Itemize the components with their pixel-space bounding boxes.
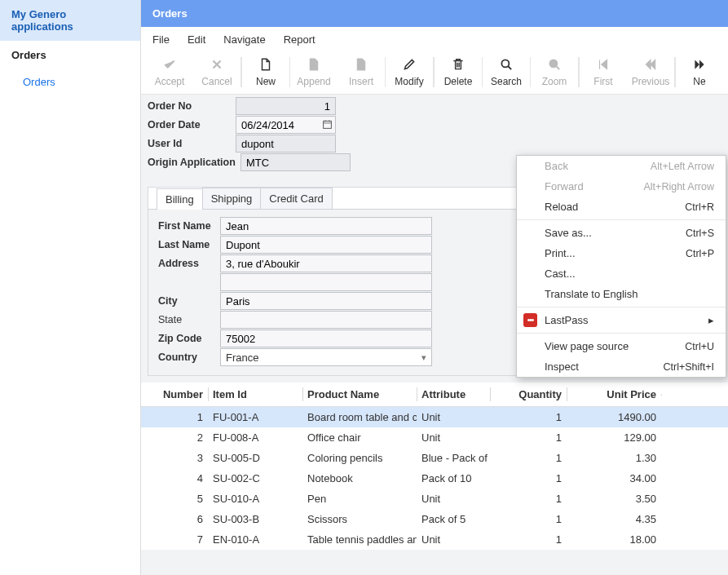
zip-field[interactable] [220, 330, 432, 347]
ctx-view-page-source[interactable]: View page sourceCtrl+U [517, 336, 726, 356]
menu-file[interactable]: File [152, 33, 170, 46]
toolbar-ne-button[interactable]: Ne [676, 55, 723, 89]
col-attribute[interactable]: Attribute [417, 383, 490, 406]
tab-billing[interactable]: Billing [157, 188, 203, 210]
sidebar-section-label: Orders [0, 41, 140, 69]
country-select[interactable]: France [220, 348, 432, 366]
state-field[interactable] [220, 311, 432, 329]
tab-credit-card[interactable]: Credit Card [260, 188, 332, 209]
main: Orders File Edit Navigate Report AcceptC… [141, 0, 728, 575]
toolbar-append-button: Append [290, 55, 338, 89]
table-row[interactable]: 3SU-005-DColoring pencilsBlue - Pack of … [141, 448, 728, 468]
origin-app-label: Origin Application [144, 157, 240, 168]
cell-attribute: Unit [417, 489, 490, 509]
table-row[interactable]: 6SU-003-BScissorsPack of 514.35 [141, 509, 728, 529]
window-title: Orders [141, 0, 728, 27]
address1-field[interactable] [220, 254, 432, 272]
table-row[interactable]: 5SU-010-APenUnit13.50 [141, 489, 728, 509]
pencil-icon [402, 57, 417, 76]
calendar-icon[interactable] [322, 119, 333, 132]
cell-quantity: 1 [490, 407, 567, 427]
sidebar-item-orders[interactable]: Orders [0, 69, 140, 95]
cell-item-id: SU-002-C [208, 468, 302, 489]
cell-price: 1490.00 [567, 407, 661, 427]
order-date-field[interactable] [236, 116, 336, 134]
ctx-label: View page source [545, 340, 629, 352]
x-icon [210, 57, 224, 76]
ctx-inspect[interactable]: InspectCtrl+Shift+I [517, 356, 726, 377]
toolbar-label: Zoom [542, 76, 567, 87]
col-unit-price[interactable]: Unit Price [567, 383, 661, 406]
table-row[interactable]: 4SU-002-CNotebookPack of 10134.00 [141, 468, 728, 489]
cell-product: Table tennis paddles and [302, 529, 417, 550]
grid-header: Number Item Id Product Name Attribute Qu… [141, 383, 728, 407]
cell-item-id: FU-001-A [208, 407, 302, 427]
col-product-name[interactable]: Product Name [302, 383, 417, 406]
col-quantity[interactable]: Quantity [490, 383, 567, 406]
table-row[interactable]: 7EN-010-ATable tennis paddles andUnit118… [141, 529, 728, 550]
next-icon [692, 57, 707, 76]
toolbar-label: First [593, 76, 612, 87]
ctx-label: Forward [545, 180, 584, 192]
ctx-label: Inspect [545, 360, 579, 373]
ctx-shortcut: Alt+Left Arrow [651, 161, 714, 172]
order-items-grid: Number Item Id Product Name Attribute Qu… [141, 383, 728, 550]
toolbar-label: Append [297, 76, 330, 87]
prev-icon [643, 57, 658, 76]
ctx-cast[interactable]: Cast... [517, 263, 726, 284]
toolbar-label: Cancel [201, 76, 232, 87]
toolbar-delete-button[interactable]: Delete [435, 55, 482, 89]
cell-quantity: 1 [490, 448, 567, 468]
toolbar-cancel-button: Cancel [193, 55, 240, 89]
user-id-field[interactable] [236, 135, 336, 153]
col-number[interactable]: Number [141, 383, 208, 406]
ctx-save-as[interactable]: Save as...Ctrl+S [517, 223, 726, 243]
ctx-label: LastPass [545, 314, 588, 326]
toolbar-accept-button: Accept [146, 55, 193, 89]
ctx-shortcut: Alt+Right Arrow [644, 181, 715, 192]
cell-attribute: Unit [417, 407, 490, 427]
address-label: Address [155, 258, 220, 269]
ctx-shortcut: Ctrl+Shift+I [663, 361, 714, 373]
cell-price: 1.30 [567, 448, 661, 468]
toolbar-label: Previous [632, 76, 670, 87]
toolbar-label: Search [491, 76, 522, 87]
zip-label: Zip Code [155, 333, 220, 344]
menu-edit[interactable]: Edit [188, 33, 205, 46]
cell-attribute: Pack of 10 [417, 468, 490, 489]
address2-field[interactable] [220, 273, 432, 291]
svg-point-0 [501, 60, 509, 67]
toolbar-new-button[interactable]: New [242, 55, 289, 89]
order-no-field[interactable] [236, 97, 336, 115]
ctx-label: Reload [545, 201, 578, 213]
tab-shipping[interactable]: Shipping [202, 188, 262, 209]
toolbar-modify-button[interactable]: Modify [386, 55, 433, 89]
cell-attribute: Blue - Pack of 1 [417, 448, 490, 468]
sidebar: My Genero applications Orders Orders [0, 0, 141, 575]
menu-navigate[interactable]: Navigate [223, 33, 265, 46]
cell-product: Office chair [302, 427, 417, 448]
cell-price: 4.35 [567, 509, 661, 529]
cell-number: 7 [141, 529, 208, 550]
col-item-id[interactable]: Item Id [208, 383, 302, 406]
first-name-label: First Name [155, 220, 220, 232]
ctx-print[interactable]: Print...Ctrl+P [517, 243, 726, 263]
first-name-field[interactable] [220, 217, 432, 235]
user-id-label: User Id [144, 138, 236, 149]
ctx-translate-to-english[interactable]: Translate to English [517, 284, 726, 304]
table-row[interactable]: 1FU-001-ABoard room table and chUnit1149… [141, 407, 728, 427]
ctx-shortcut: Ctrl+P [686, 248, 714, 259]
last-name-field[interactable] [220, 236, 432, 254]
country-label: Country [155, 352, 220, 363]
ctx-lastpass[interactable]: •••LastPass▸ [517, 310, 726, 330]
table-row[interactable]: 2FU-008-AOffice chairUnit1129.00 [141, 427, 728, 448]
search-icon [547, 57, 562, 76]
ctx-reload[interactable]: ReloadCtrl+R [517, 197, 726, 217]
toolbar-search-button[interactable]: Search [483, 55, 530, 89]
search-icon [499, 57, 514, 76]
city-field[interactable] [220, 292, 432, 310]
check-icon [162, 57, 177, 76]
menu-report[interactable]: Report [284, 33, 315, 46]
cell-price: 129.00 [567, 427, 661, 448]
origin-app-field[interactable] [240, 153, 351, 171]
